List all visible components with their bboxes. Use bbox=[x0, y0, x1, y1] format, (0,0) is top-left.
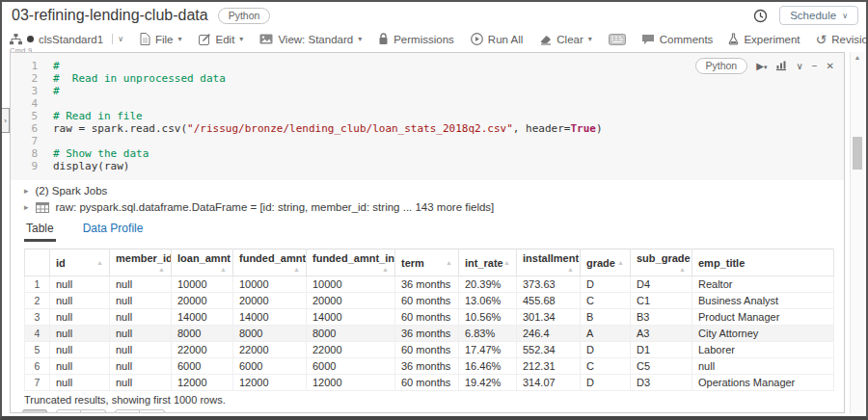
chevron-down-icon: ▾ bbox=[239, 35, 243, 43]
scrollbar-thumb[interactable] bbox=[853, 137, 862, 170]
run-cell-button[interactable]: ▶▾ bbox=[756, 62, 767, 71]
table-cell: D3 bbox=[631, 375, 692, 391]
table-cell: 8000 bbox=[172, 326, 233, 342]
table-cell: 10.56% bbox=[459, 309, 517, 326]
download-button[interactable] bbox=[115, 409, 140, 413]
table-cell: D bbox=[581, 375, 631, 391]
sort-icon[interactable]: ▲ bbox=[617, 257, 624, 266]
table-cell: null bbox=[50, 309, 110, 326]
column-header-funded_amnt_inv[interactable]: funded_amnt_inv▲ bbox=[307, 249, 395, 276]
clear-menu[interactable]: Clear ▾ bbox=[539, 34, 592, 45]
table-view-button[interactable] bbox=[22, 409, 47, 413]
sort-icon[interactable]: ▲ bbox=[567, 264, 574, 273]
sort-icon[interactable]: ▲ bbox=[446, 257, 452, 266]
chevron-down-icon: ▾ bbox=[358, 35, 362, 43]
table-cell: B bbox=[581, 309, 631, 326]
edit-menu[interactable]: Edit ▾ bbox=[199, 33, 244, 45]
edit-icon bbox=[199, 33, 211, 45]
column-header-funded_amnt[interactable]: funded_amnt▲ bbox=[233, 249, 307, 276]
column-header-sub_grade[interactable]: sub_grade▲ bbox=[631, 249, 692, 276]
history-icon: ↺ bbox=[816, 33, 827, 46]
table-cell: 14000 bbox=[307, 309, 395, 326]
table-row[interactable]: 2nullnull20000200002000060 months13.06%4… bbox=[25, 293, 834, 309]
schedule-button[interactable]: Schedule ∨ bbox=[779, 6, 858, 25]
table-row[interactable]: 4nullnull80008000800036 months6.83%246.4… bbox=[25, 326, 834, 342]
flask-icon bbox=[728, 33, 739, 45]
table-cell: 10000 bbox=[172, 276, 233, 293]
minimize-cell-icon[interactable]: − bbox=[812, 62, 818, 71]
table-row[interactable]: 5nullnull22000220002200060 months17.47%5… bbox=[25, 342, 834, 358]
run-all-button[interactable]: Run All bbox=[471, 33, 523, 45]
code-line: 9display(raw) bbox=[16, 160, 834, 172]
cell-language-badge[interactable]: Python bbox=[695, 58, 748, 74]
delete-cell-icon[interactable]: ✕ bbox=[827, 62, 834, 71]
comments-label: Comments bbox=[660, 34, 714, 45]
table-cell: null bbox=[50, 326, 110, 342]
column-header-int_rate[interactable]: int_rate▲ bbox=[459, 249, 517, 276]
permissions-button[interactable]: Permissions bbox=[378, 33, 454, 45]
experiment-button[interactable]: Experiment bbox=[728, 33, 800, 45]
column-header-member_id[interactable]: member_id▲ bbox=[110, 249, 172, 276]
comments-button[interactable]: Comments bbox=[641, 34, 714, 45]
lock-icon bbox=[378, 33, 389, 45]
page-scrollbar[interactable]: ▲ bbox=[850, 52, 864, 414]
table-cell: D4 bbox=[631, 276, 692, 293]
clock-icon[interactable] bbox=[753, 9, 768, 23]
column-header-installment[interactable]: installment▲ bbox=[517, 249, 581, 276]
table-cell: null bbox=[50, 358, 110, 375]
notebook-language-badge[interactable]: Python bbox=[218, 8, 271, 24]
table-cell: null bbox=[50, 293, 110, 309]
result-view-buttons: ▼ ▼ bbox=[22, 409, 844, 413]
column-header-emp_title[interactable]: emp_title bbox=[692, 249, 834, 276]
table-row[interactable]: 3nullnull14000140001400060 months10.56%3… bbox=[25, 309, 834, 326]
table-cell: 36 months bbox=[395, 276, 459, 293]
table-cell: null bbox=[110, 375, 172, 391]
tab-table[interactable]: Table bbox=[24, 220, 56, 242]
table-cell: 373.63 bbox=[517, 276, 581, 293]
keyboard-shortcuts-icon[interactable] bbox=[609, 34, 626, 45]
collapse-cell-icon[interactable]: ∨ bbox=[796, 62, 802, 71]
cluster-selector[interactable]: clsStandard1 ∨ bbox=[10, 34, 123, 45]
table-row[interactable]: 7nullnull12000120001200060 months19.42%3… bbox=[25, 375, 834, 391]
table-cell: 60 months bbox=[395, 342, 459, 358]
chart-type-dropdown-button[interactable]: ▼ bbox=[81, 409, 106, 413]
sort-icon[interactable]: ▲ bbox=[503, 257, 510, 266]
table-cell: null bbox=[110, 293, 172, 309]
dataframe-row[interactable]: ▸ raw: pyspark.sql.dataframe.DataFrame =… bbox=[24, 201, 844, 213]
sort-icon[interactable]: ▲ bbox=[220, 264, 227, 273]
column-header-grade[interactable]: grade▲ bbox=[581, 249, 631, 276]
code-editor[interactable]: Python ▶▾ ∨ − ✕ 1#2# Read in unprocessed… bbox=[11, 53, 844, 180]
spark-jobs-row[interactable]: ▸ (2) Spark Jobs bbox=[24, 185, 844, 197]
view-menu-label: View: Standard bbox=[278, 34, 353, 45]
table-cell: null bbox=[110, 276, 172, 293]
view-menu[interactable]: View: Standard ▾ bbox=[259, 34, 362, 45]
column-header-loan_amnt[interactable]: loan_amnt▲ bbox=[172, 249, 233, 276]
table-cell: 6000 bbox=[307, 358, 395, 375]
sort-icon[interactable]: ▲ bbox=[158, 264, 165, 273]
revision-history-button[interactable]: ↺ Revision history bbox=[816, 33, 868, 46]
table-cell: 22000 bbox=[233, 342, 307, 358]
table-row[interactable]: 6nullnull60006000600036 months16.46%212.… bbox=[25, 358, 834, 375]
sort-icon[interactable]: ▲ bbox=[382, 264, 389, 273]
eraser-icon bbox=[539, 34, 552, 45]
column-header-term[interactable]: term▲ bbox=[395, 249, 459, 276]
code-lines: 1#2# Read in unprocessed data3#4 5# Read… bbox=[16, 60, 834, 172]
notebook-title[interactable]: 03-refining-lending-club-data bbox=[12, 7, 208, 24]
table-cell: Realtor bbox=[692, 276, 834, 293]
sort-icon[interactable]: ▲ bbox=[293, 264, 300, 273]
table-cell: 36 months bbox=[395, 358, 459, 375]
sort-icon[interactable]: ▲ bbox=[679, 264, 686, 273]
sort-icon[interactable]: ▲ bbox=[96, 257, 103, 266]
tab-data-profile[interactable]: Data Profile bbox=[81, 220, 146, 242]
table-row[interactable]: 1nullnull10000100001000036 months20.39%3… bbox=[25, 276, 834, 293]
download-dropdown-button[interactable]: ▼ bbox=[140, 409, 165, 413]
scrollbar-up-arrow-icon[interactable]: ▲ bbox=[851, 52, 864, 61]
table-cell: null bbox=[110, 309, 172, 326]
table-cell: 60 months bbox=[395, 375, 459, 391]
code-line: 4 bbox=[16, 97, 834, 110]
dashboard-chart-icon[interactable] bbox=[775, 61, 787, 71]
panel-expand-toggle[interactable]: › bbox=[2, 108, 10, 133]
chart-view-button[interactable] bbox=[56, 409, 81, 413]
column-header-id[interactable]: id▲ bbox=[50, 249, 110, 276]
file-menu[interactable]: File ▾ bbox=[140, 33, 182, 45]
